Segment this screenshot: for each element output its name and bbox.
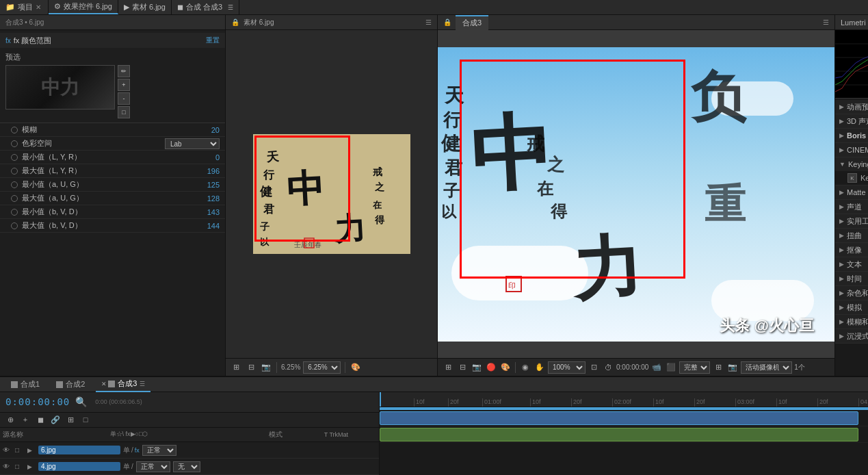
pt-grid[interactable]: ⊟ <box>456 361 469 374</box>
effects-section-noise-header[interactable]: ▶ 杂色和粒度 <box>835 286 868 300</box>
comp-tab[interactable]: 合成3 <box>456 15 488 30</box>
tool-minus[interactable]: - <box>118 92 130 105</box>
middle-menu-icon[interactable]: ☰ <box>425 18 432 26</box>
param-value-min-bvd[interactable]: 143 <box>207 208 220 216</box>
project-panel-header[interactable]: 📁 项目 ✕ <box>0 0 49 14</box>
track2-slash[interactable]: / <box>131 463 133 470</box>
comp3-close[interactable]: ✕ <box>101 381 107 387</box>
comp3-menu[interactable]: ☰ <box>140 381 145 387</box>
track1-lock[interactable]: □ <box>15 446 25 454</box>
effects-section-3d-header[interactable]: ▶ 3D 声道 <box>835 114 868 128</box>
timeline-tab-comp2[interactable]: 合成2 <box>51 377 90 392</box>
param-value-blur[interactable]: 20 <box>211 126 220 134</box>
reset-button[interactable]: 重置 <box>206 36 220 45</box>
tc-link[interactable]: 🔗 <box>49 413 62 426</box>
track1-visibility[interactable]: 👁 <box>3 446 12 454</box>
source-zoom-select[interactable]: 6.25% 12.5% 25% 50% 100% <box>303 361 341 374</box>
track2-name[interactable]: 4.jpg <box>38 462 120 471</box>
pt-camera-mode[interactable]: 活动摄像机 <box>741 361 792 374</box>
bottom-area: 合成1 合成2 ✕ 合成3 ☰ 0:00:00:00 🔍 0:00 (00:06… <box>0 376 868 475</box>
pt-hand[interactable]: ✋ <box>534 361 546 374</box>
param-row-colorspace: 色彩空间 Lab YUV RGB <box>0 137 225 151</box>
effects-panel-header[interactable]: ⚙ 效果控件 6.jpg <box>49 0 118 14</box>
effects-section-channel-header[interactable]: ▶ 声道 <box>835 200 868 214</box>
track2-lock[interactable]: □ <box>15 463 25 470</box>
param-value-max-lyr[interactable]: 196 <box>207 167 220 175</box>
track1-expand[interactable]: ▶ <box>27 447 36 454</box>
preview-menu-icon[interactable]: ☰ <box>823 18 829 26</box>
track1-mode[interactable]: 正常 叠加 <box>142 445 176 456</box>
param-value-min-aug[interactable]: 125 <box>207 181 220 189</box>
sub-timecode: 0:00 (00:06:06.5) <box>95 398 142 405</box>
pt-cam-btn[interactable]: 📹 <box>650 361 663 374</box>
tb-snap[interactable]: ⊞ <box>230 361 242 374</box>
pt-zoom-select[interactable]: 100% 50% 200% <box>548 361 586 374</box>
pt-snap[interactable]: ⊞ <box>442 361 454 374</box>
param-dropdown-colorspace[interactable]: Lab YUV RGB <box>165 138 220 149</box>
source-panel-header[interactable]: ▶ 素材 6.jpg <box>118 0 172 14</box>
playhead-line[interactable] <box>380 392 381 407</box>
timeline-tab-comp3[interactable]: ✕ 合成3 ☰ <box>96 377 150 392</box>
source-zoom-label[interactable]: 6.25% <box>281 363 300 371</box>
param-value-min-lyr[interactable]: 0 <box>215 153 220 162</box>
param-value-max-bvd[interactable]: 144 <box>207 222 220 230</box>
pt-quality[interactable]: ⬛ <box>665 361 677 374</box>
timecode-display[interactable]: 0:00:00:00 <box>5 396 70 407</box>
track1-fx-badge[interactable]: fx <box>135 447 140 454</box>
track2-expand[interactable]: ▶ <box>27 463 36 470</box>
tool-square[interactable]: □ <box>118 106 130 118</box>
track1-clip[interactable] <box>380 411 858 425</box>
pt-camera-btn[interactable]: 📷 <box>471 361 483 374</box>
track2-visibility[interactable]: 👁 <box>3 463 12 470</box>
track2-trkmat[interactable]: 无 亮度遮罩 <box>173 461 200 472</box>
param-value-max-aug[interactable]: 128 <box>207 194 220 203</box>
effects-section-animation-header[interactable]: ▶ 动画预设 <box>835 100 868 114</box>
pt-snap2[interactable]: ◉ <box>519 361 531 374</box>
effects-section-immersive: ▶ 沉浸式视频 <box>835 329 868 344</box>
immersive-label: 沉浸式视频 <box>847 331 868 342</box>
tc-add[interactable]: + <box>19 413 31 426</box>
tc-solo[interactable]: ⊕ <box>4 413 16 426</box>
tool-pencil[interactable]: ✏ <box>118 65 130 77</box>
timeline-tab-comp1[interactable]: 合成1 <box>5 377 45 392</box>
track1-name[interactable]: 6.jpg <box>38 446 120 454</box>
effects-section-text-header[interactable]: ▶ 文本 <box>835 257 868 271</box>
effects-section-time-header[interactable]: ▶ 时间 <box>835 272 868 285</box>
pt-view[interactable]: ⊞ <box>712 361 724 374</box>
tc-search-icon[interactable]: 🔍 <box>75 396 87 407</box>
effects-section-blur-header[interactable]: ▶ 模糊和锐化 <box>835 315 868 329</box>
tb-grid[interactable]: ⊟ <box>245 361 257 374</box>
pt-fit[interactable]: ⊡ <box>588 361 600 374</box>
effects-section-keying-header[interactable]: ▼ Keying <box>835 157 868 171</box>
pt-timecode-icon[interactable]: ⏱ <box>602 361 614 374</box>
track1-video[interactable]: 单 <box>123 446 130 455</box>
tb-channel[interactable]: 🎨 <box>350 361 362 374</box>
calligraphy-svg: 天 行 健 君 子 以 中 力 戒 之 在 得 <box>253 134 410 254</box>
pt-camera-select[interactable]: 📷 <box>726 361 739 374</box>
track1-fx-icon[interactable]: / <box>131 446 133 454</box>
effects-section-boris-header[interactable]: ▶ Boris FX <box>835 129 868 142</box>
track2-mode[interactable]: 正常 叠加 <box>136 461 170 472</box>
effects-section-sim-header[interactable]: ▶ 模拟 <box>835 300 868 314</box>
project-close[interactable]: ✕ <box>36 3 41 11</box>
effects-section-distort-header[interactable]: ▶ 扭曲 <box>835 229 868 242</box>
effects-section-matte-header[interactable]: ▶ Matte <box>835 185 868 199</box>
track2-video[interactable]: 单 <box>123 462 130 472</box>
pt-render[interactable]: 🔴 <box>485 361 497 374</box>
track2-clip[interactable] <box>380 428 858 441</box>
tc-comp-icon[interactable]: ◼ <box>34 413 47 426</box>
param-name-min-bvd: 最小值（b, V, D） <box>22 207 207 217</box>
effects-item-key[interactable]: K Key... <box>835 171 868 185</box>
effects-section-cinema4d-header[interactable]: ▶ CINEMA 4D <box>835 143 868 157</box>
tb-camera[interactable]: 📷 <box>260 361 272 374</box>
pt-quality-select[interactable]: 完整 1/2 1/4 <box>679 361 710 374</box>
composite-panel-header[interactable]: ◼ 合成 合成3 ☰ <box>172 0 239 14</box>
tool-add[interactable]: + <box>118 79 130 91</box>
tc-camera2[interactable]: □ <box>79 413 92 426</box>
effects-section-utility-header[interactable]: ▶ 实用工具 <box>835 214 868 228</box>
tc-merge[interactable]: ⊞ <box>64 413 77 426</box>
effects-section-immersive-header[interactable]: ▶ 沉浸式视频 <box>835 329 868 343</box>
pt-timecode[interactable]: 0:00:00:00 <box>616 363 648 371</box>
effects-section-keying2-header[interactable]: ▶ 抠像 <box>835 243 868 257</box>
pt-color[interactable]: 🎨 <box>499 361 512 374</box>
